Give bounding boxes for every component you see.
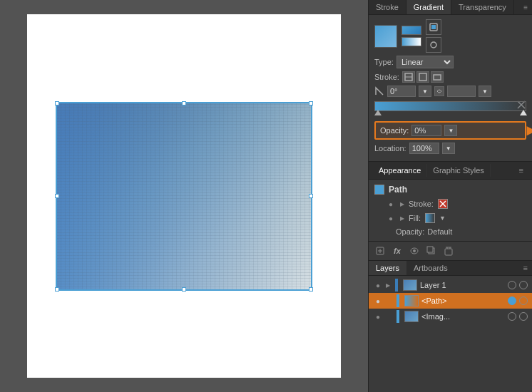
layers-body: ● ▶ Layer 1 ● <Path> ●	[369, 276, 532, 392]
image-target[interactable]	[508, 312, 516, 321]
type-select[interactable]: Linear Radial	[397, 56, 454, 68]
handle-mid-left[interactable]	[55, 194, 59, 198]
path-color-bar	[397, 294, 399, 307]
appearance-header: Appearance Graphic Styles ≡	[369, 162, 532, 180]
angle-input[interactable]	[387, 86, 416, 97]
fill-expand[interactable]: ▶	[400, 215, 404, 222]
image-lock[interactable]	[519, 312, 528, 321]
image-eye[interactable]: ●	[373, 313, 383, 321]
layer-1-eye[interactable]: ●	[373, 282, 383, 289]
handle-mid-right[interactable]	[309, 194, 313, 198]
angle-row: ▼ ▼	[374, 86, 526, 97]
fill-item-label: Fill:	[409, 214, 421, 222]
location-dropdown[interactable]: ▼	[442, 143, 455, 154]
layer-1-thumb	[403, 279, 417, 291]
image-container[interactable]	[56, 102, 312, 291]
stroke-visibility-eye[interactable]: ●	[386, 200, 396, 207]
gradient-icon-2[interactable]	[426, 37, 441, 53]
tab-gradient[interactable]: Gradient	[406, 0, 451, 14]
gradient-preview[interactable]	[374, 25, 397, 48]
gradient-body: Type: Linear Radial Stroke:	[369, 15, 532, 158]
opacity-item-value: Default	[427, 227, 452, 236]
tab-graphic-styles[interactable]: Graphic Styles	[427, 164, 491, 177]
aspect-dropdown[interactable]: ▼	[479, 86, 491, 97]
gradient-icon-1[interactable]	[426, 19, 441, 35]
angle-icon	[374, 86, 384, 96]
visibility-btn[interactable]	[407, 244, 421, 257]
fx-btn[interactable]: fx	[390, 244, 404, 257]
opacity-dropdown[interactable]: ▼	[444, 125, 457, 136]
tab-stroke[interactable]: Stroke	[369, 0, 406, 14]
stroke-icon-3[interactable]	[431, 71, 444, 83]
layer-1-expand[interactable]: ▶	[386, 282, 390, 289]
handle-bottom-mid[interactable]	[182, 287, 186, 292]
svg-point-15	[413, 249, 416, 252]
gradient-stop-left[interactable]	[374, 110, 382, 115]
svg-rect-5	[419, 73, 426, 81]
stroke-swatch[interactable]	[438, 199, 448, 209]
svg-point-2	[431, 42, 436, 48]
aspect-input[interactable]	[447, 86, 476, 97]
new-art-btn[interactable]	[373, 244, 387, 257]
tab-appearance[interactable]: Appearance	[373, 164, 427, 177]
type-row: Type: Linear Radial	[374, 56, 526, 68]
layers-panel: Layers Artboards ≡ ● ▶ Layer 1 ● <Path	[369, 261, 532, 392]
pointer-arrow: ►	[523, 123, 532, 138]
stroke-icon-1[interactable]	[402, 71, 415, 83]
gradient-bar-container	[374, 101, 526, 111]
gradient-stop-right[interactable]	[520, 110, 527, 115]
appearance-panel: Appearance Graphic Styles ≡ Path ● ▶ Str…	[369, 162, 532, 261]
image-layer-item[interactable]: ● <Imag...	[369, 309, 532, 324]
path-name: <Path>	[421, 296, 505, 305]
location-label: Location:	[374, 144, 406, 153]
fill-visibility-eye[interactable]: ●	[386, 215, 396, 222]
stroke-icon-2[interactable]	[416, 71, 429, 83]
layer-1-target[interactable]	[508, 281, 516, 289]
fill-dropdown-btn[interactable]: ▼	[439, 215, 446, 222]
artboard	[27, 14, 341, 378]
tab-artboards[interactable]: Artboards	[406, 261, 455, 275]
appearance-panel-collapse[interactable]: ≡	[515, 166, 528, 175]
tab-transparency[interactable]: Transparency	[451, 0, 514, 14]
delete-btn[interactable]	[441, 244, 456, 257]
path-lock[interactable]	[519, 296, 528, 305]
duplicate-btn[interactable]	[424, 244, 439, 257]
path-label: Path	[389, 185, 407, 195]
swatch-blue[interactable]	[401, 26, 421, 35]
stroke-row: Stroke:	[374, 71, 526, 83]
handle-bottom-left[interactable]	[55, 287, 59, 292]
layer-1-color	[395, 279, 398, 292]
right-panel: Stroke Gradient Transparency ≡	[368, 0, 532, 392]
svg-rect-18	[445, 249, 452, 255]
location-row: Location: ▼	[374, 143, 526, 154]
layer-1-item[interactable]: ● ▶ Layer 1	[369, 277, 532, 293]
gradient-panel-tabs: Stroke Gradient Transparency ≡	[369, 0, 532, 15]
appearance-body: Path ● ▶ Stroke: ● ▶ Fill: ▼ Opa	[369, 180, 532, 241]
tab-layers[interactable]: Layers	[369, 261, 406, 275]
swatch-multi[interactable]	[401, 37, 421, 46]
stroke-expand[interactable]: ▶	[400, 201, 404, 207]
layers-header: Layers Artboards ≡	[369, 261, 532, 276]
reverse-icon[interactable]	[434, 86, 444, 96]
handle-top-right[interactable]	[309, 101, 313, 105]
gradient-panel-collapse[interactable]: ≡	[519, 1, 532, 14]
path-target[interactable]	[508, 296, 516, 305]
path-layer-item[interactable]: ● <Path>	[369, 293, 532, 309]
opacity-label: Opacity:	[380, 126, 409, 135]
handle-top-left[interactable]	[55, 101, 59, 105]
path-swatch	[374, 185, 384, 195]
svg-rect-1	[431, 25, 436, 29]
layer-1-lock[interactable]	[519, 281, 528, 289]
gradient-swatches-row	[374, 19, 526, 53]
opacity-input[interactable]	[411, 125, 441, 136]
fill-swatch[interactable]	[425, 213, 435, 223]
opacity-item-label: Opacity:	[396, 227, 424, 236]
layers-panel-collapse[interactable]: ≡	[519, 264, 532, 272]
angle-dropdown[interactable]: ▼	[419, 86, 431, 97]
path-eye[interactable]: ●	[373, 297, 383, 305]
gradient-bar[interactable]	[374, 101, 526, 111]
location-input[interactable]	[409, 143, 439, 154]
image-name: <Imag...	[421, 312, 505, 321]
handle-bottom-right[interactable]	[309, 287, 313, 292]
handle-top-mid[interactable]	[182, 101, 186, 105]
